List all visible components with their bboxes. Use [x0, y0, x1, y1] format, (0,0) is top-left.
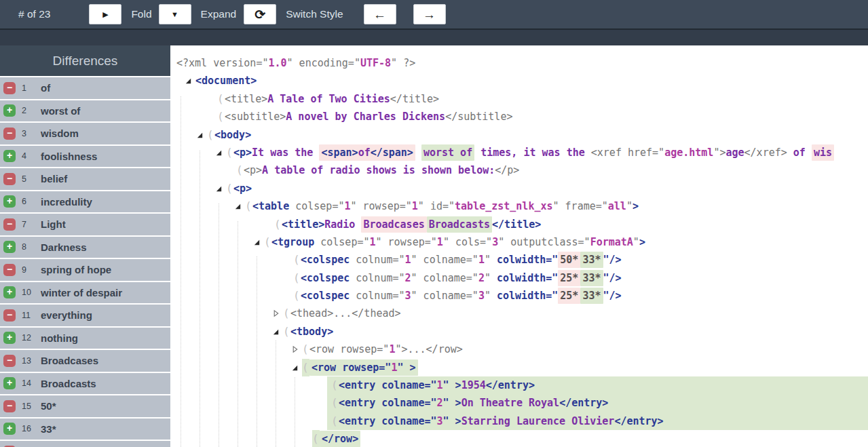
collapse-toggle-icon[interactable]	[291, 359, 302, 376]
fold-region-mark: (	[293, 287, 301, 305]
next-difference-button[interactable]: →	[413, 4, 446, 24]
diff-number: 2	[22, 106, 41, 115]
diff-item[interactable]: +14Broadcasts	[0, 373, 170, 395]
code-line: (</row>	[175, 430, 868, 447]
diff-item[interactable]: +8Darkness	[0, 237, 170, 258]
differences-sidebar: Differences −1of+2worst of−3wisdom+4fool…	[0, 45, 170, 447]
diff-item[interactable]: −1550*	[0, 395, 170, 417]
previous-difference-button[interactable]: ←	[364, 4, 396, 24]
addition-icon: +	[3, 377, 16, 389]
fold-region-mark: (	[312, 430, 320, 447]
diff-label: 50*	[41, 400, 56, 412]
fold-region-mark: (	[283, 305, 290, 322]
diff-item[interactable]: −9spring of hope	[0, 259, 170, 281]
diff-number: 3	[22, 129, 41, 138]
sidebar-title: Differences	[0, 45, 170, 76]
expand-label: Expand	[201, 8, 237, 20]
switch-style-label: Switch Style	[286, 8, 343, 20]
collapse-toggle-icon[interactable]	[215, 180, 226, 197]
deleted-text-highlight: 25*	[558, 270, 580, 286]
collapse-toggle-icon[interactable]	[253, 233, 264, 251]
deletion-icon: −	[3, 218, 16, 231]
added-text-highlight: 33*	[580, 252, 603, 268]
code-line: (<p>It was the <span>of</span> worst of …	[175, 144, 868, 161]
fold-button[interactable]: ▶	[89, 4, 121, 24]
code-line: (<row rowsep="1">...</row>	[175, 341, 868, 358]
diff-item[interactable]: −3wisdom	[0, 123, 170, 144]
diff-label: wisdom	[41, 128, 79, 139]
collapse-toggle-icon[interactable]	[185, 72, 195, 90]
diff-label: spring of hope	[41, 264, 111, 275]
diff-number: 7	[22, 220, 41, 229]
fold-region-mark: (	[283, 323, 290, 341]
diff-label: Broadcases	[41, 355, 98, 366]
addition-icon: +	[3, 332, 16, 344]
added-text-highlight: 33*	[580, 288, 603, 304]
code-line: (<subtitle>A novel by Charles Dickens</s…	[175, 108, 868, 125]
deletion-icon: −	[3, 264, 16, 276]
diff-item[interactable]: −5belief	[0, 168, 170, 190]
xml-code-panel: <?xml version="1.0" encoding="UTF-8" ?><…	[175, 45, 868, 447]
diff-number: 1	[22, 83, 41, 93]
fold-region-mark: (	[331, 394, 339, 412]
code-line: (<title>A Tale of Two Cities</title>	[175, 90, 868, 108]
added-text-highlight: <row rowsep="1" >	[309, 359, 418, 376]
diff-item[interactable]: −13Broadcases	[0, 350, 170, 372]
deleted-text-highlight: 25*	[558, 288, 580, 304]
diff-item[interactable]: +1633*	[0, 419, 170, 440]
diff-label: belief	[41, 173, 67, 184]
diff-label: worst of	[41, 105, 80, 117]
addition-icon: +	[3, 150, 16, 162]
deleted-text-highlight: wis	[812, 144, 834, 161]
addition-icon: +	[3, 104, 16, 117]
code-line: (<p>A table of radio shows is shown belo…	[175, 161, 868, 179]
deleted-text-highlight: 50*	[558, 252, 580, 268]
collapse-toggle-icon[interactable]	[272, 323, 283, 341]
diff-item[interactable]: −1of	[0, 77, 170, 99]
expand-toggle-icon[interactable]	[272, 305, 283, 322]
fold-region-mark: (	[217, 90, 225, 108]
collapse-toggle-icon[interactable]	[215, 144, 226, 161]
diff-label: everything	[41, 309, 92, 321]
expand-button[interactable]: ▼	[159, 4, 191, 24]
secondary-bar	[0, 28, 868, 45]
code-line: (<tbody>	[175, 323, 868, 341]
diff-item[interactable]: +6incredulity	[0, 191, 170, 213]
main-content: Differences −1of+2worst of−3wisdom+4fool…	[0, 45, 868, 447]
collapse-toggle-icon[interactable]	[234, 197, 245, 215]
code-line: (<entry colname="3" >Starring Laurence O…	[175, 412, 868, 430]
deletion-icon: −	[3, 173, 16, 185]
diff-item[interactable]: +4foolishness	[0, 146, 170, 168]
diff-number: 5	[22, 174, 41, 184]
code-line: (<p>	[175, 180, 868, 197]
code-line: (<table colsep="1" rowsep="1" id="table_…	[175, 197, 868, 215]
diff-number: 10	[22, 288, 41, 297]
diff-label: Light	[41, 218, 66, 230]
addition-icon: +	[3, 195, 16, 208]
diff-label: foolishness	[41, 151, 97, 162]
fold-region-mark: (	[207, 126, 214, 144]
deleted-text-highlight: Broadcases	[361, 216, 426, 233]
code-line: (<entry colname="2" >On Theatre Royal</e…	[175, 394, 868, 412]
code-line: <?xml version="1.0" encoding="UTF-8" ?>	[175, 54, 868, 72]
deletion-icon: −	[3, 309, 16, 322]
switch-style-button[interactable]: ⟳	[244, 4, 276, 24]
deleted-text-highlight: <span>of</span>	[319, 144, 415, 161]
expand-toggle-icon[interactable]	[291, 341, 302, 358]
fold-region-mark: (	[302, 341, 309, 358]
diff-item[interactable]: +2worst of	[0, 100, 170, 122]
diff-item[interactable]: −11everything	[0, 305, 170, 326]
diff-item[interactable]: +12nothing	[0, 328, 170, 349]
diff-item[interactable]: +10winter of despair	[0, 282, 170, 304]
added-text-highlight: Broadcasts	[427, 216, 492, 233]
diff-item[interactable]: −7Light	[0, 214, 170, 235]
fold-region-mark: (	[293, 251, 301, 269]
fold-region-mark: (	[226, 180, 233, 197]
deletion-icon: −	[3, 400, 16, 412]
addition-icon: +	[3, 241, 16, 253]
collapse-toggle-icon[interactable]	[196, 126, 207, 144]
fold-label: Fold	[131, 8, 151, 20]
fold-region-mark: (	[226, 144, 233, 161]
diff-counter: # of 23	[18, 8, 50, 20]
diff-item[interactable]: −17	[0, 441, 170, 447]
